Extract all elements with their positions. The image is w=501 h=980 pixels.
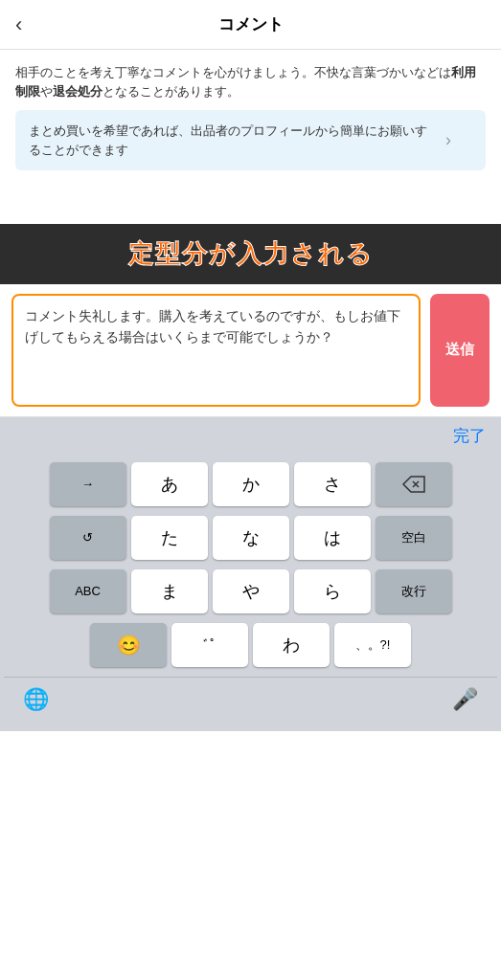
- key-punct[interactable]: 、。?!: [334, 623, 411, 667]
- comment-input[interactable]: コメント失礼します。購入を考えているのですが、もしお値下げしてもらえる場合はいく…: [25, 305, 407, 391]
- key-a[interactable]: あ: [131, 462, 208, 506]
- page-title: コメント: [218, 13, 284, 35]
- key-ya[interactable]: や: [213, 569, 289, 613]
- comment-area: コメント失礼します。購入を考えているのですが、もしお値下げしてもらえる場合はいく…: [0, 284, 501, 417]
- key-na[interactable]: な: [213, 516, 289, 560]
- key-ka[interactable]: か: [213, 462, 289, 506]
- key-sa[interactable]: さ: [294, 462, 371, 506]
- done-button[interactable]: 完了: [453, 425, 486, 447]
- done-area: 完了: [0, 417, 501, 455]
- notice-text: 相手のことを考え丁寧なコメントを心がけましょう。不快な言葉づかいなどは利用制限や…: [15, 65, 476, 99]
- key-undo[interactable]: ↺: [50, 516, 126, 560]
- template-banner: 定型分が入力される: [0, 224, 501, 284]
- keyboard-row-1: → あ か さ: [4, 462, 497, 506]
- info-box-text: まとめ買いを希望であれば、出品者のプロフィールから簡単にお願いすることができます: [29, 122, 438, 159]
- header: ‹ コメント: [0, 0, 501, 50]
- key-emoji[interactable]: 😊: [90, 623, 167, 667]
- notice-area: 相手のことを考え丁寧なコメントを心がけましょう。不快な言葉づかいなどは利用制限や…: [0, 50, 501, 110]
- key-ha[interactable]: は: [294, 516, 371, 560]
- key-delete[interactable]: [376, 462, 452, 506]
- spacer: [0, 186, 501, 224]
- info-box[interactable]: まとめ買いを希望であれば、出品者のプロフィールから簡単にお願いすることができます…: [15, 110, 486, 170]
- mic-button[interactable]: 🎤: [452, 687, 478, 712]
- key-ma[interactable]: ま: [131, 569, 208, 613]
- keyboard-row-2: ↺ た な は 空白: [4, 516, 497, 560]
- key-abc[interactable]: ABC: [50, 569, 126, 613]
- globe-button[interactable]: 🌐: [23, 687, 49, 712]
- template-banner-text: 定型分が入力される: [128, 239, 374, 268]
- keyboard-row-3: ABC ま や ら 改行: [4, 569, 497, 613]
- comment-input-wrapper: コメント失礼します。購入を考えているのですが、もしお値下げしてもらえる場合はいく…: [11, 294, 421, 407]
- keyboard: → あ か さ ↺ た な は 空白 ABC ま や ら 改行 😊 ﾞﾟ わ 、…: [0, 455, 501, 731]
- key-wa[interactable]: わ: [253, 623, 330, 667]
- delete-icon: [402, 476, 425, 493]
- send-button[interactable]: 送信: [430, 294, 490, 407]
- key-ra[interactable]: ら: [294, 569, 371, 613]
- keyboard-row-4: 😊 ﾞﾟ わ 、。?!: [4, 623, 497, 667]
- back-button[interactable]: ‹: [15, 12, 22, 37]
- key-arrow[interactable]: →: [50, 462, 126, 506]
- key-ta[interactable]: た: [131, 516, 208, 560]
- key-dakuten[interactable]: ﾞﾟ: [171, 623, 248, 667]
- notice-highlight2: 退会処分: [53, 84, 102, 99]
- keyboard-bottom-bar: 🌐 🎤: [4, 677, 497, 727]
- key-newline[interactable]: 改行: [376, 569, 452, 613]
- key-space[interactable]: 空白: [376, 516, 452, 560]
- info-box-arrow: ›: [445, 127, 451, 153]
